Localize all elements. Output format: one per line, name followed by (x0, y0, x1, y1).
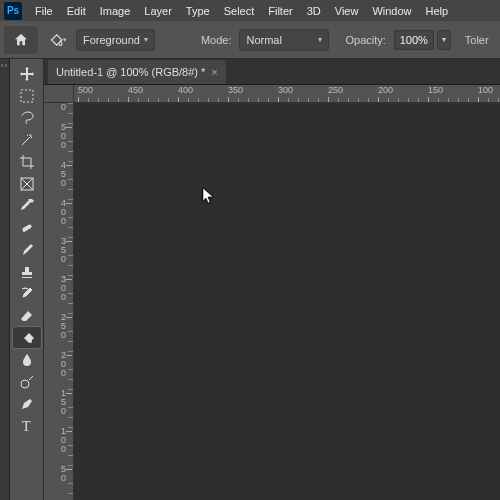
options-bar: ▾ Foreground ▾ Mode: Normal ▾ Opacity: 1… (0, 21, 500, 59)
document-tab-title: Untitled-1 @ 100% (RGB/8#) * (56, 66, 205, 78)
document-tab-bar: Untitled-1 @ 100% (RGB/8#) * × (44, 59, 500, 85)
menu-view[interactable]: View (328, 2, 366, 20)
opacity-input[interactable]: 100% (394, 30, 434, 50)
menu-window[interactable]: Window (365, 2, 418, 20)
menu-select[interactable]: Select (217, 2, 262, 20)
chevron-down-icon: ▾ (318, 35, 322, 44)
blend-mode-value: Normal (246, 34, 281, 46)
canvas-viewport[interactable] (74, 103, 500, 500)
svg-text:T: T (22, 419, 31, 434)
tool-lasso[interactable] (13, 107, 41, 128)
blend-mode-select[interactable]: Normal ▾ (239, 29, 329, 51)
canvas-document[interactable] (74, 103, 500, 500)
menu-edit[interactable]: Edit (60, 2, 93, 20)
tool-bucket[interactable] (13, 327, 41, 348)
menu-3d[interactable]: 3D (300, 2, 328, 20)
tool-frame[interactable] (13, 173, 41, 194)
tool-move[interactable] (13, 63, 41, 84)
chevron-down-icon: ▾ (144, 35, 148, 44)
menu-filter[interactable]: Filter (261, 2, 299, 20)
mode-label: Mode: (201, 34, 232, 46)
document-tab[interactable]: Untitled-1 @ 100% (RGB/8#) * × (48, 60, 226, 84)
tool-brush[interactable] (13, 239, 41, 260)
tool-crop[interactable] (13, 151, 41, 172)
tool-wand[interactable] (13, 129, 41, 150)
tool-marquee[interactable] (13, 85, 41, 106)
canvas-area: Untitled-1 @ 100% (RGB/8#) * × 500450400… (44, 59, 500, 500)
ruler-vertical[interactable]: 55050045040035030025020015010050 (44, 103, 74, 500)
ruler-origin[interactable] (44, 85, 74, 103)
menu-layer[interactable]: Layer (137, 2, 179, 20)
tool-stamp[interactable] (13, 261, 41, 282)
toolbox: T (10, 59, 44, 500)
close-icon[interactable]: × (211, 66, 217, 78)
home-button[interactable] (4, 26, 38, 54)
bucket-tool-icon[interactable]: ▾ (46, 29, 68, 51)
tool-blur[interactable] (13, 349, 41, 370)
ruler-horizontal[interactable]: 500450400350300250200150100 (74, 85, 500, 103)
tool-spot-heal[interactable] (13, 217, 41, 238)
tool-pen[interactable] (13, 393, 41, 414)
fill-target-select[interactable]: Foreground ▾ (76, 29, 155, 51)
svg-rect-0 (21, 90, 33, 102)
app-logo: Ps (4, 2, 22, 20)
tool-eyedropper[interactable] (13, 195, 41, 216)
svg-point-4 (21, 380, 29, 388)
menu-help[interactable]: Help (419, 2, 456, 20)
fill-target-value: Foreground (83, 34, 140, 46)
menu-bar: Ps File Edit Image Layer Type Select Fil… (0, 0, 500, 21)
menu-type[interactable]: Type (179, 2, 217, 20)
tool-history-brush[interactable] (13, 283, 41, 304)
tool-dodge[interactable] (13, 371, 41, 392)
tolerance-label: Toler (465, 34, 489, 46)
opacity-label: Opacity: (345, 34, 385, 46)
tool-eraser[interactable] (13, 305, 41, 326)
tool-type[interactable]: T (13, 415, 41, 436)
svg-point-3 (23, 230, 25, 232)
opacity-flyout[interactable]: ▾ (437, 30, 451, 50)
panel-dock-strip[interactable]: ›› (0, 59, 10, 500)
menu-file[interactable]: File (28, 2, 60, 20)
menu-image[interactable]: Image (93, 2, 138, 20)
